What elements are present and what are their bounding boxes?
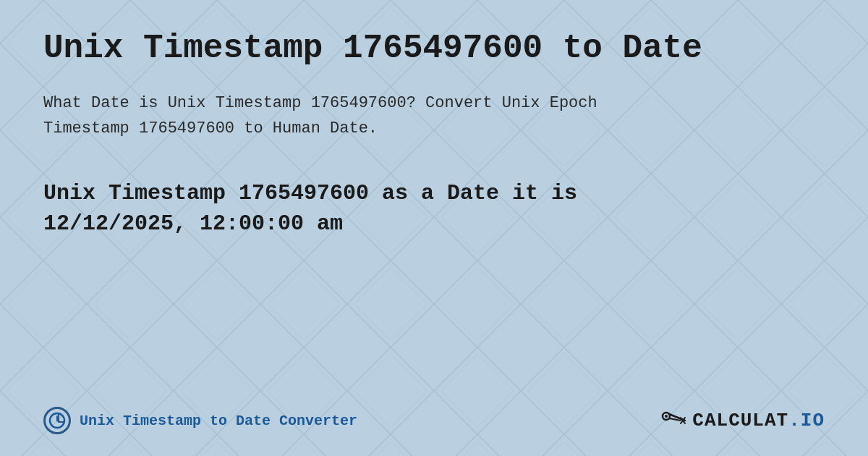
logo-text: CALCULAT.IO	[692, 410, 825, 431]
svg-line-6	[57, 421, 60, 422]
svg-point-8	[665, 415, 668, 418]
clock-icon	[43, 407, 71, 434]
result-text: Unix Timestamp 1765497600 as a Date it i…	[43, 178, 731, 239]
footer-left: Unix Timestamp to Date Converter	[43, 407, 357, 434]
footer-label: Unix Timestamp to Date Converter	[80, 413, 357, 429]
logo-icon	[660, 408, 686, 434]
logo: CALCULAT.IO	[660, 408, 825, 434]
description: What Date is Unix Timestamp 1765497600? …	[43, 90, 694, 141]
page-title: Unix Timestamp 1765497600 to Date	[43, 29, 825, 69]
footer: Unix Timestamp to Date Converter CALCULA…	[43, 392, 825, 434]
